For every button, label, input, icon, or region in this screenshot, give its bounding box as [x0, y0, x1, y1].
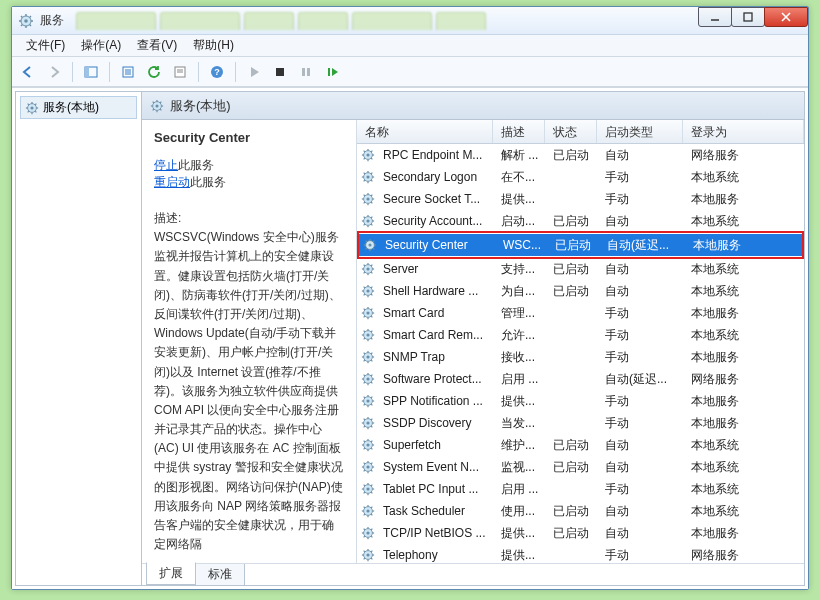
- pause-service-button[interactable]: [294, 60, 318, 84]
- app-icon: [18, 13, 34, 29]
- service-row[interactable]: Secondary Logon在不...手动本地系统: [357, 166, 804, 188]
- service-row[interactable]: System Event N...监视...已启动自动本地系统: [357, 456, 804, 478]
- cell-desc: 提供...: [495, 525, 547, 542]
- cell-desc: 提供...: [495, 547, 547, 564]
- menu-help[interactable]: 帮助(H): [185, 35, 242, 56]
- cell-logon: 本地服务: [685, 191, 804, 208]
- cell-name: Superfetch: [377, 438, 495, 452]
- cell-name: Telephony: [377, 548, 495, 562]
- tree-node-services-local[interactable]: 服务(本地): [20, 96, 137, 119]
- service-row[interactable]: Task Scheduler使用...已启动自动本地系统: [357, 500, 804, 522]
- gear-icon: [359, 328, 377, 342]
- cell-startup: 自动(延迟...: [599, 371, 685, 388]
- svg-rect-25: [276, 68, 284, 76]
- show-hide-tree-button[interactable]: [79, 60, 103, 84]
- svg-rect-11: [744, 13, 752, 21]
- column-headers: 名称 描述 状态 启动类型 登录为: [357, 120, 804, 144]
- col-logon[interactable]: 登录为: [683, 120, 804, 143]
- cell-name: TCP/IP NetBIOS ...: [377, 526, 495, 540]
- cell-desc: 接收...: [495, 349, 547, 366]
- col-status[interactable]: 状态: [545, 120, 597, 143]
- cell-desc: 维护...: [495, 437, 547, 454]
- properties-button[interactable]: [168, 60, 192, 84]
- cell-logon: 本地系统: [685, 327, 804, 344]
- menu-action[interactable]: 操作(A): [73, 35, 129, 56]
- cell-desc: 启用 ...: [495, 371, 547, 388]
- gear-icon: [359, 526, 377, 540]
- services-window: 服务 文件(F) 操作(A) 查看(V) 帮助(H) ?: [11, 6, 809, 590]
- restart-suffix: 此服务: [190, 175, 226, 189]
- export-list-button[interactable]: [116, 60, 140, 84]
- cell-desc: 启用 ...: [495, 481, 547, 498]
- service-row[interactable]: Shell Hardware ...为自...已启动自动本地系统: [357, 280, 804, 302]
- cell-startup: 手动: [599, 415, 685, 432]
- gear-icon: [359, 504, 377, 518]
- svg-rect-27: [307, 68, 310, 76]
- close-button[interactable]: [764, 7, 808, 27]
- cell-startup: 自动: [599, 459, 685, 476]
- gear-icon: [25, 101, 39, 115]
- cell-startup: 自动: [599, 147, 685, 164]
- back-button[interactable]: [16, 60, 40, 84]
- col-startup[interactable]: 启动类型: [597, 120, 683, 143]
- cell-startup: 自动: [599, 261, 685, 278]
- cell-logon: 本地系统: [685, 261, 804, 278]
- list-body[interactable]: RPC Endpoint M...解析 ...已启动自动网络服务Secondar…: [357, 144, 804, 563]
- menu-file[interactable]: 文件(F): [18, 35, 73, 56]
- col-desc[interactable]: 描述: [493, 120, 545, 143]
- gear-icon: [359, 460, 377, 474]
- service-row[interactable]: Software Protect...启用 ...自动(延迟...网络服务: [357, 368, 804, 390]
- refresh-button[interactable]: [142, 60, 166, 84]
- restart-service-link[interactable]: 重启动: [154, 175, 190, 189]
- gear-icon: [359, 148, 377, 162]
- menu-view[interactable]: 查看(V): [129, 35, 185, 56]
- help-button[interactable]: ?: [205, 60, 229, 84]
- forward-button[interactable]: [42, 60, 66, 84]
- service-row[interactable]: Server支持...已启动自动本地系统: [357, 258, 804, 280]
- cell-logon: 网络服务: [685, 371, 804, 388]
- cell-startup: 手动: [599, 327, 685, 344]
- maximize-button[interactable]: [731, 7, 765, 27]
- titlebar: 服务: [12, 7, 808, 35]
- service-row[interactable]: TCP/IP NetBIOS ...提供...已启动自动本地服务: [357, 522, 804, 544]
- gear-icon: [361, 238, 379, 252]
- gear-icon: [359, 548, 377, 562]
- service-row[interactable]: Secure Socket T...提供...手动本地服务: [357, 188, 804, 210]
- svg-rect-15: [85, 67, 89, 77]
- service-row[interactable]: Security Account...启动...已启动自动本地系统: [357, 210, 804, 232]
- service-row[interactable]: Tablet PC Input ...启用 ...手动本地系统: [357, 478, 804, 500]
- service-row[interactable]: SPP Notification ...提供...手动本地服务: [357, 390, 804, 412]
- tab-extended[interactable]: 扩展: [146, 562, 196, 585]
- cell-name: SNMP Trap: [377, 350, 495, 364]
- start-service-button[interactable]: [242, 60, 266, 84]
- cell-name: RPC Endpoint M...: [377, 148, 495, 162]
- service-row[interactable]: Telephony提供...手动网络服务: [357, 544, 804, 563]
- service-row[interactable]: Smart Card Rem...允许...手动本地系统: [357, 324, 804, 346]
- cell-startup: 自动: [599, 525, 685, 542]
- gear-icon: [359, 192, 377, 206]
- cell-name: System Event N...: [377, 460, 495, 474]
- service-row[interactable]: RPC Endpoint M...解析 ...已启动自动网络服务: [357, 144, 804, 166]
- restart-service-button[interactable]: [320, 60, 344, 84]
- service-row[interactable]: Smart Card管理...手动本地服务: [357, 302, 804, 324]
- cell-desc: 为自...: [495, 283, 547, 300]
- services-list: 名称 描述 状态 启动类型 登录为 RPC Endpoint M...解析 ..…: [357, 120, 804, 563]
- cell-name: SSDP Discovery: [377, 416, 495, 430]
- service-row[interactable]: SSDP Discovery当发...手动本地服务: [357, 412, 804, 434]
- cell-desc: WSC...: [497, 238, 549, 252]
- service-row[interactable]: SNMP Trap接收...手动本地服务: [357, 346, 804, 368]
- gear-icon: [359, 170, 377, 184]
- description-label: 描述:: [154, 209, 344, 228]
- cell-startup: 手动: [599, 349, 685, 366]
- col-name[interactable]: 名称: [357, 120, 493, 143]
- cell-startup: 自动: [599, 503, 685, 520]
- minimize-button[interactable]: [698, 7, 732, 27]
- stop-service-link[interactable]: 停止: [154, 158, 178, 172]
- service-row[interactable]: Security CenterWSC...已启动自动(延迟...本地服务: [359, 234, 802, 256]
- stop-service-button[interactable]: [268, 60, 292, 84]
- tab-standard[interactable]: 标准: [195, 564, 245, 585]
- menubar: 文件(F) 操作(A) 查看(V) 帮助(H): [12, 35, 808, 57]
- service-row[interactable]: Superfetch维护...已启动自动本地系统: [357, 434, 804, 456]
- cell-startup: 手动: [599, 393, 685, 410]
- cell-startup: 手动: [599, 305, 685, 322]
